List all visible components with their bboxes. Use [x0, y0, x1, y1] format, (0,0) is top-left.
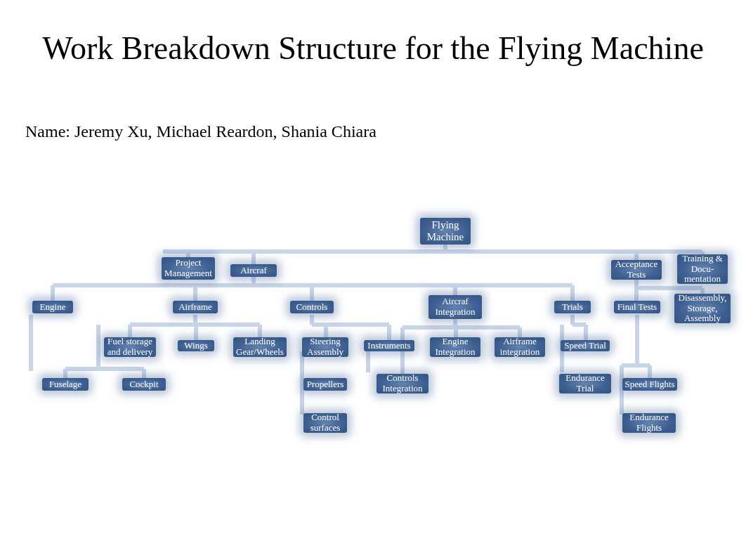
node-final-tests: Final Tests [614, 301, 660, 313]
node-fuselage: Fuselage [42, 378, 89, 391]
node-landing-gear: Landing Gear/Wheels [233, 337, 287, 357]
node-airframe: Airframe [173, 301, 218, 313]
node-airframe-integration: Airframe integration [495, 337, 545, 357]
node-instruments: Instruments [364, 340, 414, 351]
node-project-management: Project Management [162, 257, 215, 280]
node-endurance-flights: Endurance Flights [622, 413, 676, 433]
node-steering-assembly: Steering Assembly [302, 337, 348, 357]
node-disassembly-storage-assembly: Disassembly, Storage, Assembly [674, 294, 731, 323]
node-speed-flights: Speed Flights [622, 378, 677, 391]
node-aircraft: Aircraf [230, 264, 277, 277]
page-title: Work Breakdown Structure for the Flying … [0, 28, 746, 69]
node-fuel-storage-delivery: Fuel storage and delivery [104, 337, 156, 357]
node-propellers: Propellers [303, 378, 347, 391]
node-engine-integration: Engine Integration [430, 337, 480, 357]
node-speed-trial: Speed Trial [561, 340, 610, 351]
node-wings: Wings [178, 340, 214, 351]
node-engine: Engine [32, 301, 73, 313]
node-flying-machine: Flying Machine [420, 218, 471, 245]
node-controls: Controls [290, 301, 334, 313]
node-endurance-trial: Endurance Trial [559, 374, 611, 393]
node-control-surfaces: Control surfaces [303, 413, 347, 433]
node-trials: Trials [554, 301, 591, 313]
node-acceptance-tests: Acceptance Tests [611, 260, 662, 280]
node-cockpit: Cockpit [122, 378, 166, 391]
node-controls-integration: Controls Integration [377, 374, 428, 393]
node-aircraft-integration: Aircraf Integration [428, 295, 482, 319]
names-line: Name: Jeremy Xu, Michael Reardon, Shania… [25, 122, 377, 141]
node-training-documentation: Training & Docu- mentation [677, 254, 728, 284]
